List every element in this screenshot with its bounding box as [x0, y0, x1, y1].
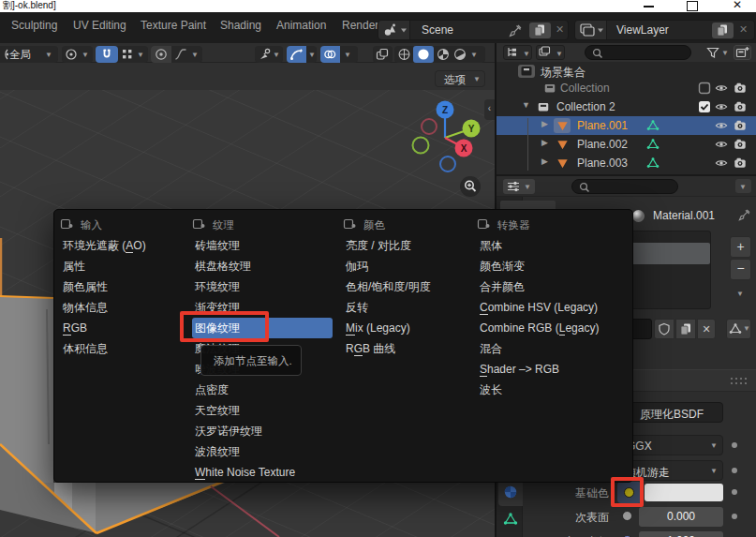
menu-item[interactable]: 反转 — [343, 297, 474, 318]
scene-icon[interactable] — [378, 21, 410, 39]
properties-search-field[interactable] — [571, 179, 678, 194]
properties-options-chevron[interactable]: ▼ — [735, 179, 751, 193]
rendered-shading-icon[interactable] — [453, 48, 467, 61]
menu-item[interactable]: 波浪纹理 — [192, 441, 334, 462]
menu-item[interactable]: 颜色属性 — [60, 276, 189, 297]
exclude-checkbox[interactable] — [698, 82, 711, 95]
outliner-row-plane-002[interactable]: ▶Plane.002 — [497, 135, 756, 154]
menu-item[interactable]: 亮度 / 对比度 — [343, 235, 474, 256]
pin-icon[interactable] — [508, 23, 523, 38]
workspace-tab-sculpting[interactable]: Sculpting — [11, 19, 57, 32]
viewlayer-name[interactable]: ViewLayer — [616, 23, 669, 37]
outliner-row-scene-collection[interactable]: 场景集合 — [497, 62, 756, 81]
exclude-checkbox[interactable] — [698, 100, 711, 113]
copy-material-button[interactable] — [675, 319, 696, 339]
keyframe-dot[interactable] — [732, 489, 737, 495]
disclosure-triangle[interactable]: ▶ — [541, 138, 548, 147]
hide-eye-icon[interactable] — [715, 82, 728, 95]
subsurface-radius-field[interactable]: 1.000 — [639, 531, 723, 537]
outliner-filter-mode[interactable]: ▼ — [536, 45, 565, 60]
workspace-tab-shading[interactable]: Shading — [220, 19, 261, 32]
outliner-search-field[interactable] — [585, 45, 691, 60]
material-shading-icon[interactable] — [437, 48, 450, 61]
workspace-tab-renderi[interactable]: Renderi — [342, 19, 381, 32]
menu-item[interactable]: RGB 曲线 — [343, 338, 474, 359]
sidebar-toggle-tab[interactable]: ‹ — [484, 99, 495, 120]
pivot-point-dropdown[interactable]: ▼ — [62, 46, 93, 63]
subsurface-value-field[interactable]: 0.000 — [639, 507, 723, 527]
snap-toggle[interactable] — [96, 46, 118, 63]
slot-specials-button[interactable]: ▼ — [730, 285, 751, 302]
menu-item[interactable]: 属性 — [60, 256, 189, 276]
render-visibility-icon[interactable] — [734, 138, 747, 151]
outliner-item-label[interactable]: Plane.002 — [577, 138, 628, 151]
menu-item[interactable]: 点密度 — [192, 380, 334, 400]
proportional-edit-group[interactable]: ▼ — [151, 46, 202, 63]
outliner-row-plane-003[interactable]: ▶Plane.003 — [497, 154, 756, 172]
hide-eye-icon[interactable] — [715, 119, 728, 132]
menu-item[interactable]: Mix (Legacy) — [343, 318, 474, 338]
properties-editor-type[interactable]: ▼ — [503, 179, 535, 194]
menu-item[interactable]: Combine HSV (Legacy) — [477, 297, 629, 318]
menu-item[interactable]: 混合 — [477, 338, 629, 359]
viewlayer-remove-icon[interactable]: ✕ — [739, 23, 748, 36]
menu-item[interactable]: 棋盘格纹理 — [192, 256, 334, 276]
navigation-gizmo[interactable]: Z Y X — [408, 94, 492, 178]
minimize-button[interactable] — [644, 6, 654, 7]
outliner-item-label[interactable]: Plane.003 — [577, 157, 628, 170]
hide-eye-icon[interactable] — [715, 100, 728, 113]
render-visibility-icon[interactable] — [734, 119, 747, 132]
xray-toggle[interactable] — [373, 46, 393, 63]
outliner-display-mode[interactable]: ▼ — [503, 45, 532, 60]
maximize-button[interactable] — [687, 1, 698, 11]
outliner-row-collection-2[interactable]: ▼Collection 2 — [497, 97, 756, 116]
menu-item[interactable]: 波长 — [477, 380, 629, 400]
render-visibility-icon[interactable] — [734, 157, 747, 170]
menu-item[interactable]: White Noise Texture — [192, 462, 334, 483]
keyframe-dot[interactable] — [732, 468, 737, 473]
workspace-tab-uv-editing[interactable]: UV Editing — [73, 19, 126, 32]
show-gizmo-dropdown[interactable]: ▼ — [255, 46, 283, 63]
render-visibility-icon[interactable] — [734, 100, 747, 113]
viewlayer-icon[interactable] — [575, 21, 607, 39]
solid-shading-toggle[interactable] — [413, 46, 434, 63]
breadcrumb-pin-icon[interactable] — [737, 208, 751, 222]
proportional-edit-icon[interactable] — [155, 48, 168, 61]
slot-add-button[interactable]: + — [730, 236, 751, 258]
keyframe-dot[interactable] — [732, 442, 737, 448]
overlays-toggle-group[interactable]: ▼ — [320, 46, 358, 63]
keyframe-dot[interactable] — [732, 514, 737, 519]
zoom-widget[interactable] — [460, 176, 481, 197]
snap-target-icon[interactable] — [121, 48, 134, 61]
menu-item[interactable]: 合并颜色 — [477, 276, 629, 297]
outliner-filter-dropdown[interactable]: ▼ — [706, 45, 731, 60]
scene-copy-button[interactable] — [529, 22, 551, 38]
snap-group[interactable]: ▼ — [96, 46, 148, 63]
new-collection-button[interactable] — [734, 45, 751, 60]
transform-orientation-dropdown[interactable]: 全局 ▼ — [0, 46, 58, 63]
workspace-tab-texture-paint[interactable]: Texture Paint — [141, 19, 206, 32]
scene-unlink-icon[interactable]: ✕ — [556, 23, 564, 36]
menu-item[interactable]: 颜色渐变 — [477, 256, 629, 276]
unlink-material-button[interactable]: ✕ — [697, 319, 716, 339]
menu-item[interactable]: 砖墙纹理 — [192, 235, 334, 256]
node-tree-toggle[interactable]: ▼ — [726, 319, 751, 339]
slot-remove-button[interactable]: − — [730, 259, 751, 280]
wireframe-shading-icon[interactable] — [397, 48, 411, 61]
scene-selector[interactable]: Scene ✕ — [378, 20, 569, 40]
workspace-tab-animation[interactable]: Animation — [276, 19, 326, 32]
disclosure-triangle[interactable]: ▶ — [541, 119, 548, 128]
menu-item[interactable]: 环境纹理 — [192, 276, 334, 297]
viewlayer-copy-button[interactable] — [712, 22, 734, 38]
surface-node-button[interactable]: 原理化BSDF — [620, 402, 723, 423]
menu-item[interactable]: 天空纹理 — [192, 400, 334, 421]
gizmo-toggle[interactable] — [287, 46, 306, 63]
disclosure-triangle[interactable]: ▶ — [541, 157, 548, 166]
menu-item[interactable]: 物体信息 — [60, 297, 189, 318]
hide-eye-icon[interactable] — [715, 157, 728, 170]
scene-name[interactable]: Scene — [422, 23, 453, 37]
breadcrumb-material-name[interactable]: Material.001 — [653, 209, 715, 222]
menu-item[interactable]: 环境光遮蔽 (AO) — [60, 235, 189, 256]
options-dropdown[interactable]: 选项 ▼ — [435, 70, 485, 87]
menu-item[interactable]: 沃罗诺伊纹理 — [192, 421, 334, 441]
